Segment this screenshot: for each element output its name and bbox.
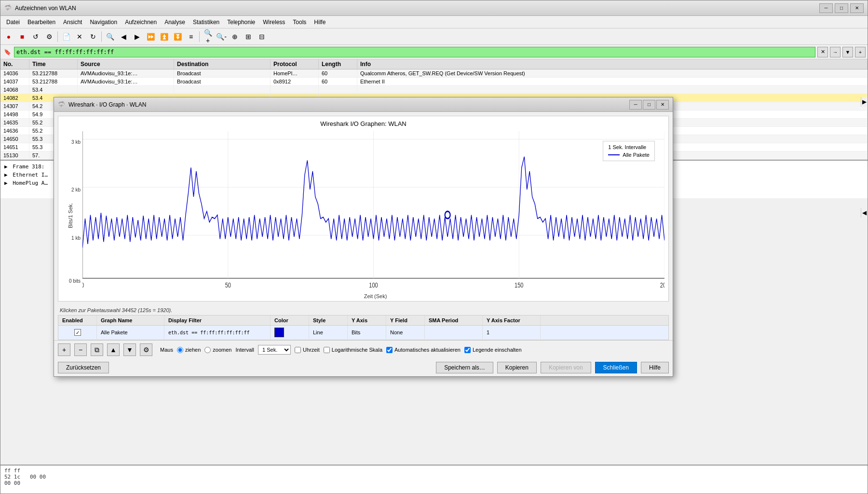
menu-statistiken[interactable]: Statistiken [189,18,223,27]
toolbar-top[interactable]: ⏫ [158,30,170,43]
toolbar-forward[interactable]: ▶ [131,30,143,43]
filter-jump[interactable]: → [830,47,841,57]
auto-update-checkbox[interactable] [386,347,393,353]
help-button[interactable]: Hilfe [641,362,669,373]
config-button[interactable]: ⚙ [140,343,152,356]
separator-1 [57,31,58,42]
cell-dest: Broadcast [174,78,271,85]
toolbar-zoom-in[interactable]: 🔍+ [202,30,214,43]
modal-close-x[interactable]: ✕ [656,100,669,110]
table-row[interactable]: 14068 53.4 [0,86,868,94]
remove-graph-button[interactable]: − [74,343,87,356]
header-protocol: Protocol [271,59,319,69]
toolbar-reload[interactable]: ↻ [87,30,99,43]
menu-telephonie[interactable]: Telephonie [223,18,259,27]
cell-time: 53.212788 [29,69,78,77]
interval-select[interactable]: 1 Sek. 10 ms 100 ms 10 Sek. 1 Min. [258,345,291,355]
close-button[interactable]: ✕ [850,3,864,13]
cell-color[interactable] [271,326,309,339]
toolbar-close[interactable]: ✕ [73,30,86,43]
zoomen-radio[interactable] [204,347,211,353]
move-up-button[interactable]: ▲ [107,343,120,356]
toolbar-zoom-reset[interactable]: ⊕ [229,30,241,43]
menu-bearbeiten[interactable]: Bearbeiten [24,18,59,27]
cell-graph-name: Alle Pakete [97,326,164,339]
toolbar-stop[interactable]: ■ [16,30,28,43]
menu-analyse[interactable]: Analyse [161,18,189,27]
cell-time: 53.4 [29,86,78,94]
menu-aufzeichnen[interactable]: Aufzeichnen [121,18,161,27]
maximize-button[interactable]: □ [835,3,848,13]
toolbar-back[interactable]: ◀ [117,30,130,43]
header-y-field: Y Field [386,316,425,325]
cell-no: 14037 [0,78,29,85]
menu-hilfe[interactable]: Hilfe [310,18,329,27]
log-scale-checkbox[interactable] [324,347,330,353]
toolbar-record[interactable]: ● [2,30,15,43]
right-panel-expand[interactable]: ▶ [861,97,868,107]
filter-input[interactable] [14,47,815,57]
move-down-button[interactable]: ▼ [123,343,136,356]
y-tick-1kb: 1 kb [71,235,82,241]
table-row[interactable]: 14036 53.212788 AVMAudiovisu_93:1e:… Bro… [0,69,868,78]
toolbar-jump[interactable]: ⏩ [144,30,157,43]
menu-navigation[interactable]: Navigation [86,18,121,27]
color-swatch[interactable] [274,328,284,337]
y-axis-label: Bits/1 Sek. [68,204,73,228]
cell-proto: 0x8912 [271,78,319,85]
enabled-checkbox[interactable] [74,329,81,336]
toolbar-resize[interactable]: ⊞ [242,30,255,43]
copy-graph-button[interactable]: ⧉ [91,343,103,356]
ziehen-radio[interactable] [177,347,183,353]
close-dialog-button[interactable]: Schließen [595,362,637,373]
minimize-button[interactable]: ─ [819,3,833,13]
hex-panel: ff ff 52 1c 00 00 00 00 [0,465,868,494]
io-graph-dialog: 🦈 Wireshark · I/O Graph · WLAN ─ □ ✕ Wir… [54,97,673,377]
detail-ethernet-text: Ethernet I… [13,172,48,178]
add-graph-button[interactable]: + [58,343,70,356]
app-title: Aufzeichnen von WLAN [15,5,819,12]
cell-enabled[interactable] [58,326,97,339]
reset-button[interactable]: Zurücksetzen [58,362,109,373]
cell-no: 14651 [0,143,29,151]
copy-button[interactable]: Kopieren [497,362,537,373]
separator-3 [199,31,200,42]
toolbar-search[interactable]: 🔍 [104,30,116,43]
cell-sma-period [425,326,483,339]
toolbar-bottom[interactable]: ⏬ [171,30,184,43]
right-panel-collapse[interactable]: ◀ [861,208,868,218]
cell-no: 14650 [0,135,29,143]
menu-datei[interactable]: Datei [2,18,24,27]
y-tick-0: 0 bits [69,278,82,284]
cell-y-axis-factor: 1 [483,326,541,339]
modal-icon: 🦈 [58,101,66,109]
save-button[interactable]: Speichern als… [436,362,493,373]
menu-bar: Datei Bearbeiten Ansicht Navigation Aufz… [0,16,868,28]
auto-update-group: Automatisches aktualisieren [386,347,461,353]
menu-tools[interactable]: Tools [289,18,310,27]
menu-ansicht[interactable]: Ansicht [59,18,86,27]
menu-wireless[interactable]: Wireless [259,18,289,27]
zoomen-radio-group: zoomen [204,347,231,353]
filter-add[interactable]: + [855,47,866,57]
chart-svg[interactable]: 0 50 100 150 200 [82,131,665,291]
toolbar-align[interactable]: ≡ [185,30,197,43]
chart-area[interactable]: Bits/1 Sek. 3 kb 2 kb 1 kb 0 bits [58,131,668,301]
legend-checkbox[interactable] [464,347,471,353]
legend-item-label: Alle Pakete [623,152,650,158]
table-row[interactable]: 14037 53.212788 AVMAudiovisu_93:1e:… Bro… [0,78,868,86]
filter-dropdown[interactable]: ▼ [842,47,853,57]
modal-minimize[interactable]: ─ [629,100,642,110]
graph-table-row[interactable]: Alle Pakete eth.dst == ff:ff:ff:ff:ff:ff… [58,326,668,340]
toolbar-open[interactable]: 📄 [60,30,72,43]
graph-table: Enabled Graph Name Display Filter Color … [58,315,669,340]
copy-from-button[interactable]: Kopieren von [541,362,591,373]
toolbar-settings[interactable]: ⚙ [43,30,55,43]
toolbar-zoom-out[interactable]: 🔍- [215,30,228,43]
modal-maximize[interactable]: □ [643,100,655,110]
toolbar-grid[interactable]: ⊟ [256,30,268,43]
filter-clear[interactable]: ✕ [817,47,828,57]
uhrzeit-group: Uhrzeit [295,347,320,353]
toolbar-refresh[interactable]: ↺ [29,30,42,43]
uhrzeit-checkbox[interactable] [295,347,301,353]
